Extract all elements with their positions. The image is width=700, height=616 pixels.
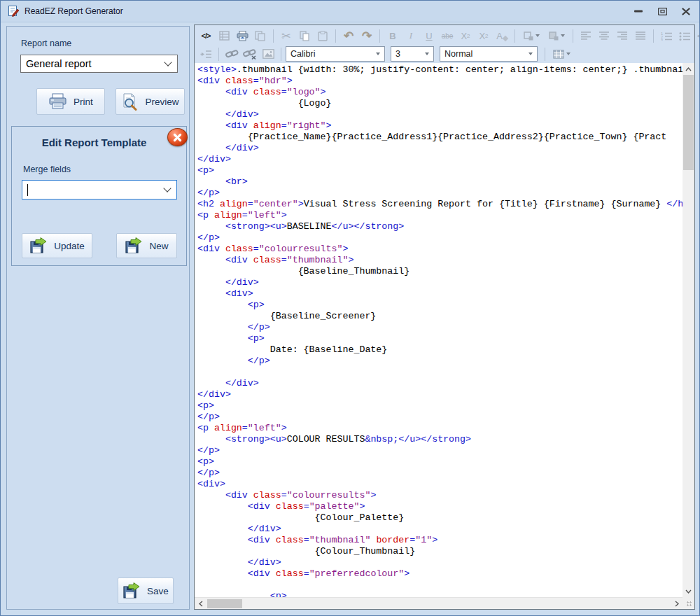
- superscript-mark: 2: [467, 33, 470, 39]
- code-line: <p>: [197, 333, 682, 344]
- font-family-combobox[interactable]: Calibri: [286, 46, 385, 62]
- editor-frame: </>: [194, 24, 695, 610]
- redo-button[interactable]: ↷: [358, 27, 375, 44]
- italic-icon: I: [410, 30, 412, 41]
- toolbar-separator: [514, 29, 515, 43]
- merge-fields-combobox[interactable]: [22, 180, 177, 200]
- italic-button[interactable]: I: [402, 27, 419, 44]
- toolbar-row-2: Calibri 3 Normal: [197, 45, 693, 63]
- align-center-button[interactable]: [596, 27, 612, 44]
- svg-text:3: 3: [661, 38, 663, 41]
- code-line: </p>: [197, 468, 682, 479]
- code-line: {Colour_Palette}: [197, 512, 682, 524]
- code-view-button[interactable]: </>: [197, 27, 214, 44]
- cut-button[interactable]: ✂: [278, 27, 295, 44]
- vertical-scroll-thumb[interactable]: [683, 75, 694, 170]
- code-line: Date: {Baseline_Date}: [197, 344, 682, 356]
- scroll-down-button[interactable]: [682, 585, 694, 597]
- align-right-icon: [617, 31, 627, 40]
- undo-icon: ↶: [344, 29, 354, 43]
- font-color-icon: A: [496, 31, 503, 41]
- code-line: <strong><u>BASELINE</u></strong>: [197, 221, 682, 232]
- numbered-list-icon: 123: [661, 31, 672, 41]
- scroll-up-button[interactable]: [682, 63, 694, 75]
- bullet-list-button[interactable]: [676, 27, 693, 44]
- link-button[interactable]: [223, 46, 240, 62]
- image-button[interactable]: [260, 46, 276, 62]
- code-line: <p>: [197, 591, 682, 597]
- align-right-button[interactable]: [614, 27, 631, 44]
- strikethrough-button[interactable]: abe: [439, 27, 456, 44]
- save-floppy-icon: [125, 237, 143, 254]
- bold-button[interactable]: B: [384, 27, 401, 44]
- horizontal-scrollbar[interactable]: [195, 597, 682, 609]
- code-editor[interactable]: <style>.thumbnail {width: 30%; justify-c…: [195, 63, 682, 597]
- decrease-indent-button[interactable]: [694, 27, 700, 44]
- print-button[interactable]: Print: [36, 88, 105, 115]
- code-line: <div class="colourresults">: [197, 244, 682, 255]
- font-size-combobox[interactable]: 3: [391, 46, 434, 62]
- code-line: [197, 580, 682, 591]
- new-button[interactable]: New: [116, 233, 177, 258]
- code-line: <p>: [197, 456, 682, 468]
- app-window: ReadEZ Report Generator Report n: [0, 0, 700, 616]
- border-style-button[interactable]: [519, 27, 543, 44]
- editor-toolbar: </>: [195, 25, 694, 63]
- report-name-value: General report: [26, 58, 92, 69]
- print-toolbar-button[interactable]: [234, 27, 251, 44]
- copy-page-button[interactable]: [252, 27, 269, 44]
- code-line: </div>: [197, 524, 682, 535]
- align-left-icon: [581, 31, 591, 40]
- toolbar-separator: [573, 29, 573, 43]
- undo-button[interactable]: ↶: [340, 27, 357, 44]
- superscript-button[interactable]: X2: [457, 27, 474, 44]
- font-color-button[interactable]: A: [493, 27, 510, 44]
- preview-icon: [121, 93, 139, 111]
- code-line: </p>: [197, 412, 682, 423]
- subscript-icon: X: [479, 31, 485, 41]
- background-color-button[interactable]: [545, 27, 568, 44]
- dropdown-arrow-icon: [561, 34, 565, 37]
- table-button[interactable]: [550, 46, 573, 62]
- panel-close-button[interactable]: [167, 128, 188, 146]
- code-line: {Baseline_Screener}: [197, 311, 682, 322]
- numbered-list-button[interactable]: 123: [658, 27, 675, 44]
- resize-grip-icon[interactable]: [687, 601, 692, 607]
- scroll-left-button[interactable]: [195, 598, 206, 610]
- copy-button[interactable]: [296, 27, 313, 44]
- paste-icon: [318, 31, 328, 41]
- code-line: </div>: [197, 557, 682, 568]
- code-line: {Logo}: [197, 98, 682, 109]
- code-line: <div class="logo">: [197, 87, 682, 98]
- unlink-button[interactable]: [241, 46, 258, 62]
- code-line: </div>: [197, 277, 682, 288]
- close-button[interactable]: [681, 6, 691, 16]
- code-line: </div>: [197, 389, 682, 400]
- scroll-right-button[interactable]: [671, 598, 682, 610]
- paste-button[interactable]: [314, 27, 331, 44]
- update-button[interactable]: Update: [22, 233, 92, 258]
- vertical-scrollbar[interactable]: [682, 63, 694, 597]
- underline-icon: U: [426, 31, 432, 41]
- fields-button[interactable]: [216, 27, 232, 44]
- paragraph-style-combobox[interactable]: Normal: [440, 46, 538, 62]
- horizontal-scroll-thumb[interactable]: [207, 599, 242, 608]
- increase-indent-button[interactable]: [197, 46, 214, 62]
- minimize-button[interactable]: [634, 6, 643, 16]
- bold-icon: B: [389, 31, 396, 41]
- code-line: </p>: [197, 322, 682, 333]
- justify-button[interactable]: [632, 27, 649, 44]
- code-line: </p>: [197, 232, 682, 244]
- titlebar: ReadEZ Report Generator: [1, 1, 699, 22]
- report-name-combobox[interactable]: General report: [20, 55, 178, 73]
- save-floppy-icon: [122, 582, 141, 599]
- save-button[interactable]: Save: [118, 578, 174, 604]
- align-left-button[interactable]: [578, 27, 594, 44]
- maximize-icon: [658, 8, 667, 15]
- maximize-button[interactable]: [657, 6, 667, 16]
- subscript-button[interactable]: X2: [475, 27, 492, 44]
- underline-button[interactable]: U: [421, 27, 438, 44]
- scissors-icon: ✂: [281, 29, 290, 43]
- preview-button[interactable]: Preview: [115, 88, 185, 115]
- code-line: {Practice_Name}{Practice_Address1}{Pract…: [197, 132, 682, 143]
